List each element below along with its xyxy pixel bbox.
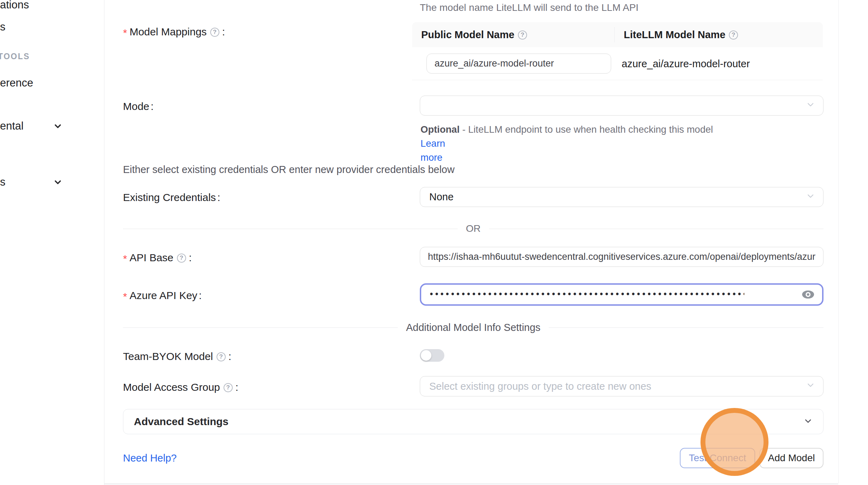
note-line-1: Optional - LiteLLM endpoint to use when … (421, 123, 729, 151)
add-model-page: ations s TOOLS erence ental s The model … (0, 0, 868, 485)
public-model-name-input[interactable] (426, 54, 611, 74)
sidebar-item-settings[interactable]: s (0, 175, 6, 189)
advanced-settings-label: Advanced Settings (134, 416, 228, 428)
existing-credentials-select[interactable]: None (420, 187, 823, 207)
selected-value: None (429, 191, 453, 203)
model-mappings-label: * Model Mappings ? : (123, 26, 225, 38)
model-access-group-label: Model Access Group ? : (123, 381, 238, 393)
divider-line (123, 229, 458, 229)
azure-api-key-label: * Azure API Key : (123, 290, 201, 302)
page-right-divider (838, 0, 839, 483)
mode-label: Mode : (123, 101, 153, 112)
divider-line (123, 327, 398, 328)
litellm-model-name-value: azure_ai/azure-model-router (622, 47, 750, 80)
api-base-label: * API Base ? : (123, 252, 192, 264)
divider-line (489, 229, 824, 229)
additional-settings-divider: Additional Model Info Settings (123, 322, 823, 333)
model-mappings-table: Public Model Name ? LiteLLM Model Name ?… (412, 22, 823, 80)
required-marker: * (123, 291, 127, 303)
sidebar-item-organizations[interactable]: ations (0, 0, 29, 12)
column-header-public-model-name: Public Model Name ? (412, 29, 614, 41)
sidebar-item-label: ations (0, 0, 29, 11)
divider-line (549, 327, 823, 328)
select-placeholder: Select existing groups or type to create… (429, 381, 651, 392)
sidebar-item-label: s (0, 176, 6, 188)
credentials-note: Either select existing credentials OR en… (123, 164, 454, 175)
table-row: azure_ai/azure-model-router (412, 47, 823, 80)
help-icon[interactable]: ? (729, 30, 738, 40)
sidebar-item-label: ental (0, 120, 23, 132)
sidebar-item-label: s (0, 21, 6, 33)
toggle-knob (421, 350, 431, 361)
add-model-form: The model name LiteLLM will send to the … (104, 0, 838, 485)
table-header: Public Model Name ? LiteLLM Model Name ? (412, 22, 823, 47)
help-icon[interactable]: ? (518, 30, 527, 40)
sidebar-item-experimental[interactable]: ental (0, 119, 23, 133)
help-icon[interactable]: ? (177, 254, 186, 263)
sidebar-item-models[interactable]: s (0, 20, 6, 34)
team-byok-toggle[interactable] (420, 349, 444, 362)
sidebar-section-label: TOOLS (0, 52, 30, 61)
learn-more-link[interactable]: more (421, 152, 443, 163)
existing-credentials-label: Existing Credentials : (123, 192, 220, 203)
model-access-group-select[interactable]: Select existing groups or type to create… (420, 376, 823, 396)
eye-icon[interactable] (801, 289, 815, 300)
sidebar: ations s TOOLS erence ental s (0, 0, 104, 485)
chevron-down-icon (806, 380, 815, 393)
or-divider: OR (123, 223, 823, 234)
team-byok-label: Team-BYOK Model ? : (123, 351, 231, 362)
sidebar-item-reference[interactable]: erence (0, 76, 33, 90)
need-help-link[interactable]: Need Help? (123, 452, 177, 464)
column-header-litellm-model-name: LiteLLM Model Name ? (614, 27, 739, 42)
chevron-down-icon[interactable] (53, 177, 63, 187)
add-model-button[interactable]: Add Model (759, 448, 823, 468)
chevron-down-icon (806, 191, 815, 203)
help-icon[interactable]: ? (210, 28, 219, 37)
required-marker: * (123, 253, 127, 265)
chevron-down-icon (806, 99, 815, 112)
mode-select[interactable] (420, 96, 823, 116)
help-icon[interactable]: ? (217, 352, 226, 361)
help-icon[interactable]: ? (224, 383, 233, 392)
model-name-hint: The model name LiteLLM will send to the … (420, 2, 638, 13)
sidebar-item-label: erence (0, 77, 33, 89)
azure-api-key-input[interactable]: ••••••••••••••••••••••••••••••••••••••••… (420, 283, 823, 306)
masked-password-value: ••••••••••••••••••••••••••••••••••••••••… (429, 290, 744, 299)
chevron-down-icon (803, 416, 813, 428)
api-base-input[interactable] (420, 247, 823, 267)
sidebar-section-tools: TOOLS (0, 52, 30, 61)
page-background-strip (104, 484, 838, 485)
advanced-settings-panel[interactable]: Advanced Settings (123, 409, 823, 434)
test-connect-button[interactable]: Test Connect (680, 448, 755, 468)
mode-optional-note: Optional - LiteLLM endpoint to use when … (421, 123, 729, 165)
learn-more-link[interactable]: Learn (421, 138, 445, 149)
note-line-2: more (421, 151, 729, 165)
required-marker: * (123, 27, 127, 39)
chevron-down-icon[interactable] (53, 121, 63, 131)
